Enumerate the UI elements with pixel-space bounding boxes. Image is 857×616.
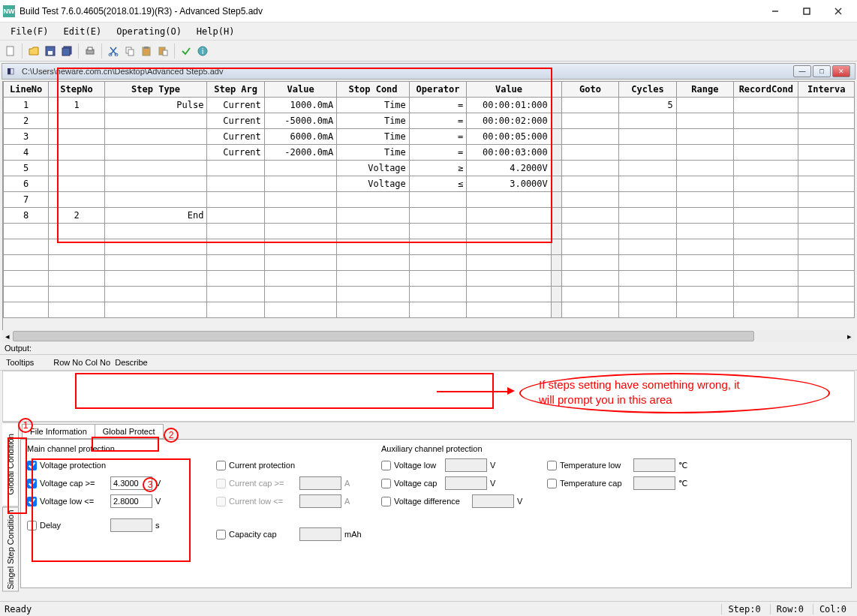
table-row[interactable] [4, 287, 855, 302]
cell-operator[interactable]: = [409, 98, 466, 113]
cell-lineno[interactable]: 5 [4, 161, 49, 176]
cell-blank[interactable] [551, 302, 561, 318]
cell-value2[interactable] [467, 192, 552, 208]
cell-steptype[interactable] [104, 145, 207, 161]
cell-stepno[interactable] [49, 192, 104, 208]
cell-blank[interactable] [551, 98, 561, 113]
cell-cycles[interactable]: 5 [619, 98, 676, 113]
cell-steptype[interactable] [104, 129, 207, 145]
cell-operator[interactable] [409, 192, 466, 208]
cell-blank[interactable] [551, 145, 561, 161]
cell-interval[interactable] [798, 98, 855, 113]
cell-value2[interactable]: 00:00:05:000 [467, 129, 552, 145]
col-blank[interactable] [551, 82, 561, 98]
cell-steparg[interactable]: Current [207, 113, 264, 129]
cell-stepno[interactable] [49, 287, 104, 302]
cell-recordcond[interactable] [734, 98, 798, 113]
open-icon[interactable] [26, 44, 41, 59]
cell-interval[interactable] [798, 129, 855, 145]
cell-lineno[interactable]: 3 [4, 129, 49, 145]
htab-global-protect[interactable]: Global Protect [95, 424, 164, 439]
cell-stepno[interactable] [49, 255, 104, 271]
cell-interval[interactable] [798, 161, 855, 176]
cell-stepno[interactable] [49, 176, 104, 192]
delay-field[interactable] [110, 518, 152, 532]
cell-blank[interactable] [551, 129, 561, 145]
cell-range[interactable] [676, 302, 733, 318]
col-interval[interactable]: Interva [798, 82, 855, 98]
cell-value2[interactable]: 4.2000V [467, 161, 552, 176]
aux-voltage-cap-check[interactable] [381, 479, 391, 488]
cell-operator[interactable] [409, 224, 466, 239]
cell-value[interactable]: -5000.0mA [264, 113, 337, 129]
cell-recordcond[interactable] [734, 145, 798, 161]
col-goto[interactable]: Goto [561, 82, 618, 98]
menu-edit[interactable]: Edit(E) [56, 23, 110, 40]
cell-value[interactable] [264, 208, 337, 224]
cell-goto[interactable] [561, 239, 618, 255]
cell-steptype[interactable]: Pulse [104, 98, 207, 113]
table-row[interactable]: 7 [4, 192, 855, 208]
cell-interval[interactable] [798, 287, 855, 302]
cell-steptype[interactable] [104, 192, 207, 208]
aux-temp-cap-check[interactable] [547, 479, 557, 488]
cell-cycles[interactable] [619, 302, 676, 318]
cell-lineno[interactable] [4, 239, 49, 255]
delay-check[interactable] [27, 521, 37, 530]
voltage-low-check[interactable] [27, 497, 37, 506]
cell-stepno[interactable] [49, 113, 104, 129]
cell-steptype[interactable] [104, 176, 207, 192]
cell-stepno[interactable] [49, 129, 104, 145]
cell-recordcond[interactable] [734, 208, 798, 224]
cell-operator[interactable]: ≤ [409, 176, 466, 192]
print-icon[interactable] [83, 44, 98, 59]
cell-steptype[interactable]: End [104, 208, 207, 224]
cell-steptype[interactable] [104, 239, 207, 255]
cell-stopcond[interactable] [337, 255, 410, 271]
cell-cycles[interactable] [619, 161, 676, 176]
cell-goto[interactable] [561, 287, 618, 302]
col-operator[interactable]: Operator [409, 82, 466, 98]
table-row[interactable]: 6Voltage≤3.0000V [4, 176, 855, 192]
aux-temp-low-field[interactable] [633, 458, 675, 472]
cell-cycles[interactable] [619, 208, 676, 224]
table-row[interactable] [4, 239, 855, 255]
cell-stopcond[interactable] [337, 287, 410, 302]
cell-stopcond[interactable]: Voltage [337, 176, 410, 192]
cell-lineno[interactable]: 8 [4, 208, 49, 224]
cell-stopcond[interactable]: Time [337, 113, 410, 129]
cell-recordcond[interactable] [734, 271, 798, 287]
cell-stopcond[interactable] [337, 271, 410, 287]
paste-icon[interactable] [139, 44, 154, 59]
cell-lineno[interactable] [4, 224, 49, 239]
cell-value2[interactable] [467, 255, 552, 271]
cell-lineno[interactable] [4, 302, 49, 318]
cell-steparg[interactable] [207, 224, 264, 239]
table-row[interactable]: 4Current-2000.0mATime=00:00:03:000 [4, 145, 855, 161]
cell-cycles[interactable] [619, 271, 676, 287]
aux-voltage-cap-field[interactable] [445, 476, 487, 490]
maximize-button[interactable] [791, 1, 822, 22]
cell-stepno[interactable]: 2 [49, 208, 104, 224]
cell-range[interactable] [676, 208, 733, 224]
cell-cycles[interactable] [619, 224, 676, 239]
cell-blank[interactable] [551, 224, 561, 239]
cell-goto[interactable] [561, 98, 618, 113]
cell-lineno[interactable]: 1 [4, 98, 49, 113]
aux-temp-cap-field[interactable] [633, 476, 675, 490]
cell-goto[interactable] [561, 176, 618, 192]
voltage-low-field[interactable] [110, 494, 152, 508]
col-stepno[interactable]: StepNo [49, 82, 104, 98]
cell-blank[interactable] [551, 176, 561, 192]
cell-steptype[interactable] [104, 271, 207, 287]
cell-steparg[interactable] [207, 271, 264, 287]
cell-stopcond[interactable]: Time [337, 129, 410, 145]
cell-operator[interactable] [409, 255, 466, 271]
paste2-icon[interactable] [155, 44, 170, 59]
check-icon[interactable] [179, 44, 194, 59]
cell-interval[interactable] [798, 224, 855, 239]
cell-recordcond[interactable] [734, 113, 798, 129]
cell-value2[interactable] [467, 271, 552, 287]
col-steparg[interactable]: Step Arg [207, 82, 264, 98]
capacity-cap-field[interactable] [299, 527, 341, 541]
